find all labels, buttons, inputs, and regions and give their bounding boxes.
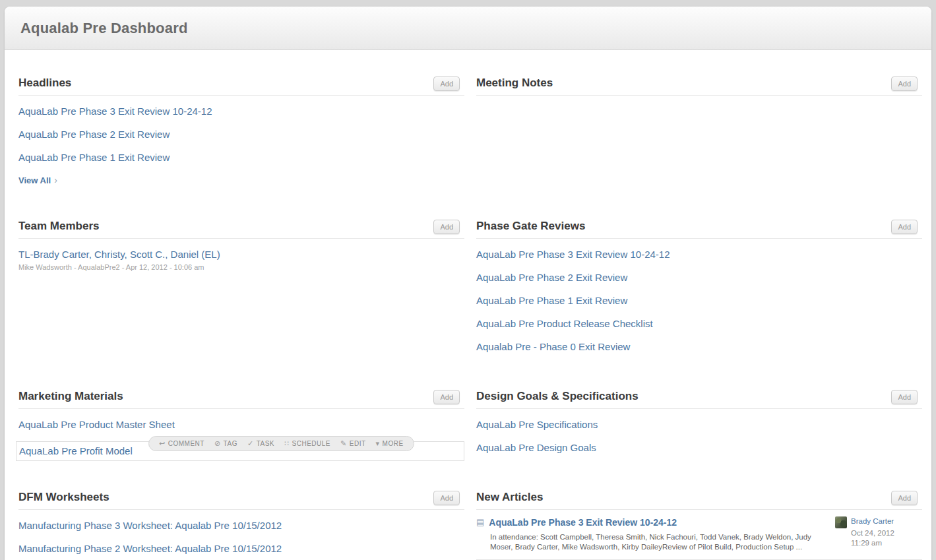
document-icon: ▤	[476, 516, 484, 528]
article-main: ▤ AquaLab Pre Phase 3 Exit Review 10-24-…	[476, 516, 835, 552]
add-phase-gate-review-button[interactable]: Add	[891, 220, 918, 234]
design-goals-link[interactable]: AquaLab Pre Specifications	[476, 418, 922, 431]
headline-link[interactable]: AquaLab Pre Phase 1 Exit Review	[18, 151, 464, 164]
headlines-list: AquaLab Pre Phase 3 Exit Review 10-24-12…	[18, 96, 464, 186]
article-author-line: Brady Carter	[835, 516, 922, 528]
team-members-meta: Mike Wadsworth - AqualabPre2 - Apr 12, 2…	[18, 263, 464, 271]
article-snippet: In attendance: Scott Campbell, Theresa S…	[490, 532, 819, 552]
more-label: MORE	[383, 440, 404, 447]
section-title: Phase Gate Reviews	[476, 219, 585, 233]
reply-icon: ↩	[159, 439, 166, 448]
section-design-goals-header: Design Goals & Specifications Add	[476, 389, 922, 409]
section-phase-gate-header: Phase Gate Reviews Add	[476, 219, 922, 239]
team-members-list: TL-Brady Carter, Christy, Scott C., Dani…	[18, 239, 464, 271]
section-meeting-notes: Meeting Notes Add	[476, 73, 922, 216]
section-headlines: Headlines Add AquaLab Pre Phase 3 Exit R…	[18, 73, 464, 216]
dfm-list: Manufacturing Phase 3 Worksheet: Aqualab…	[18, 510, 464, 555]
tag-icon: ⊘	[214, 439, 221, 448]
section-marketing-materials: Marketing Materials Add AquaLab Pre Prod…	[18, 387, 464, 487]
schedule-grid-icon: ∷	[284, 439, 290, 448]
add-headline-button[interactable]: Add	[433, 77, 460, 91]
caret-down-icon: ▾	[376, 439, 380, 448]
article-title-line: ▤ AquaLab Pre Phase 3 Exit Review 10-24-…	[476, 516, 819, 528]
section-dfm-worksheets: DFM Worksheets Add Manufacturing Phase 3…	[18, 487, 464, 560]
schedule-label: SCHEDULE	[292, 440, 330, 447]
page-title: Aqualab Pre Dashboard	[20, 20, 188, 37]
design-goals-list: AquaLab Pre Specifications AquaLab Pre D…	[476, 409, 922, 454]
task-action[interactable]: ✓TASK	[247, 439, 274, 448]
section-title: New Articles	[476, 490, 543, 505]
phase-gate-link[interactable]: Aqualab Pre - Phase 0 Exit Review	[476, 340, 922, 354]
headline-link[interactable]: AquaLab Pre Phase 3 Exit Review 10-24-12	[18, 105, 464, 118]
section-meeting-notes-header: Meeting Notes Add	[476, 76, 922, 96]
add-team-member-button[interactable]: Add	[433, 220, 460, 234]
section-new-articles-header: New Articles Add	[476, 490, 922, 510]
panel-header: Aqualab Pre Dashboard	[5, 7, 931, 50]
article-time: 11:29 am	[851, 538, 922, 548]
edit-label: EDIT	[350, 440, 366, 447]
dfm-worksheet-link[interactable]: Manufacturing Phase 3 Worksheet: Aqualab…	[18, 519, 464, 532]
design-goals-link[interactable]: AquaLab Pre Design Goals	[476, 441, 922, 454]
section-title: Meeting Notes	[476, 76, 553, 90]
author-avatar[interactable]	[835, 516, 847, 528]
section-new-articles: New Articles Add ▤ AquaLab Pre Phase 3 E…	[476, 487, 922, 560]
add-meeting-note-button[interactable]: Add	[891, 77, 918, 91]
view-all-label: View All	[18, 175, 51, 185]
tag-action[interactable]: ⊘TAG	[214, 439, 237, 448]
author-link[interactable]: Brady Carter	[851, 516, 894, 526]
chevron-right-icon: ›	[54, 175, 57, 185]
section-title: DFM Worksheets	[18, 490, 109, 505]
section-design-goals: Design Goals & Specifications Add AquaLa…	[476, 387, 922, 487]
add-dfm-worksheet-button[interactable]: Add	[433, 491, 460, 505]
article-item: ▤ AquaLab Pre Phase 3 Exit Review 10-24-…	[476, 510, 922, 552]
schedule-action[interactable]: ∷SCHEDULE	[284, 439, 330, 448]
section-title: Design Goals & Specifications	[476, 389, 639, 404]
phase-gate-link[interactable]: AquaLab Pre Product Release Checklist	[476, 317, 922, 330]
article-date: Oct 24, 2012	[851, 528, 922, 538]
section-phase-gate-reviews: Phase Gate Reviews Add AquaLab Pre Phase…	[476, 216, 922, 387]
section-headlines-header: Headlines Add	[18, 76, 464, 96]
phase-gate-link[interactable]: AquaLab Pre Phase 3 Exit Review 10-24-12	[476, 248, 922, 261]
add-article-button[interactable]: Add	[891, 491, 918, 505]
section-marketing-header: Marketing Materials Add	[18, 389, 464, 409]
task-label: TASK	[257, 440, 274, 447]
section-title: Team Members	[18, 219, 100, 233]
dashboard-panel: Aqualab Pre Dashboard Headlines Add Aqua…	[5, 7, 931, 560]
article-title-link[interactable]: AquaLab Pre Phase 3 Exit Review 10-24-12	[489, 516, 677, 528]
pencil-icon: ✎	[340, 439, 347, 448]
headline-link[interactable]: AquaLab Pre Phase 2 Exit Review	[18, 128, 464, 141]
section-team-members-header: Team Members Add	[18, 219, 464, 239]
section-dfm-header: DFM Worksheets Add	[18, 490, 464, 510]
view-all-link[interactable]: View All›	[18, 175, 57, 185]
section-title: Headlines	[18, 76, 71, 90]
marketing-list: AquaLab Pre Product Master Sheet AquaLab…	[18, 409, 464, 461]
checkmark-icon: ✓	[247, 439, 254, 448]
marketing-link[interactable]: AquaLab Pre Product Master Sheet	[18, 418, 464, 431]
phase-gate-link[interactable]: AquaLab Pre Phase 1 Exit Review	[476, 294, 922, 307]
dfm-worksheet-link[interactable]: Manufacturing Phase 2 Worksheet: Aqualab…	[18, 542, 464, 555]
dashboard-grid: Headlines Add AquaLab Pre Phase 3 Exit R…	[5, 50, 931, 560]
section-title: Marketing Materials	[18, 389, 123, 404]
article-meta: Brady Carter Oct 24, 2012 11:29 am	[835, 516, 922, 552]
more-action[interactable]: ▾MORE	[376, 439, 404, 448]
section-team-members: Team Members Add TL-Brady Carter, Christ…	[18, 216, 464, 387]
add-marketing-material-button[interactable]: Add	[433, 390, 460, 404]
phase-gate-list: AquaLab Pre Phase 3 Exit Review 10-24-12…	[476, 239, 922, 354]
team-members-link[interactable]: TL-Brady Carter, Christy, Scott C., Dani…	[18, 248, 464, 261]
tag-label: TAG	[224, 440, 237, 447]
phase-gate-link[interactable]: AquaLab Pre Phase 2 Exit Review	[476, 271, 922, 284]
edit-action[interactable]: ✎EDIT	[340, 439, 366, 448]
comment-action[interactable]: ↩COMMENT	[159, 439, 204, 448]
hovered-row[interactable]: AquaLab Pre Profit Model ↩COMMENT ⊘TAG ✓…	[16, 441, 464, 461]
add-design-goal-button[interactable]: Add	[891, 390, 918, 404]
comment-label: COMMENT	[168, 440, 204, 447]
row-hover-toolbar: ↩COMMENT ⊘TAG ✓TASK ∷SCHEDULE ✎EDIT ▾MOR…	[148, 436, 414, 451]
